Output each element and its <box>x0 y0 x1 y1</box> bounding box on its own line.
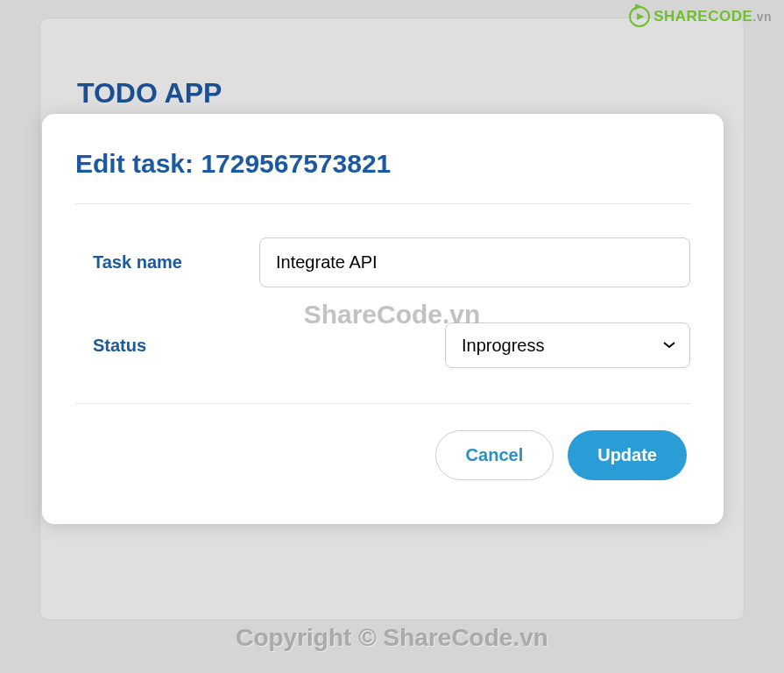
task-name-input[interactable] <box>259 237 690 287</box>
modal-title-prefix: Edit task: <box>75 149 201 178</box>
modal-divider <box>75 403 690 404</box>
logo-text: SHARECODE.vn <box>653 8 772 25</box>
task-name-row: Task name <box>75 237 690 287</box>
status-select[interactable]: Inprogress <box>445 322 690 368</box>
task-name-label: Task name <box>93 252 259 273</box>
sharecode-logo: SHARECODE.vn <box>629 6 772 27</box>
update-button[interactable]: Update <box>568 430 687 480</box>
logo-brand-main: SHARECODE <box>653 8 752 25</box>
cancel-button[interactable]: Cancel <box>435 430 554 480</box>
logo-brand-suffix: .vn <box>752 10 772 24</box>
modal-actions: Cancel Update <box>75 430 690 480</box>
status-row: Status Inprogress <box>75 322 690 368</box>
status-select-wrap: Inprogress <box>259 322 690 368</box>
logo-icon <box>629 6 650 27</box>
modal-task-id: 1729567573821 <box>201 149 391 178</box>
modal-title: Edit task: 1729567573821 <box>75 149 690 204</box>
app-title: TODO APP <box>77 77 222 110</box>
edit-task-modal: Edit task: 1729567573821 Task name Statu… <box>42 114 724 524</box>
copyright-footer: Copyright © ShareCode.vn <box>236 624 548 652</box>
status-label: Status <box>93 336 259 356</box>
